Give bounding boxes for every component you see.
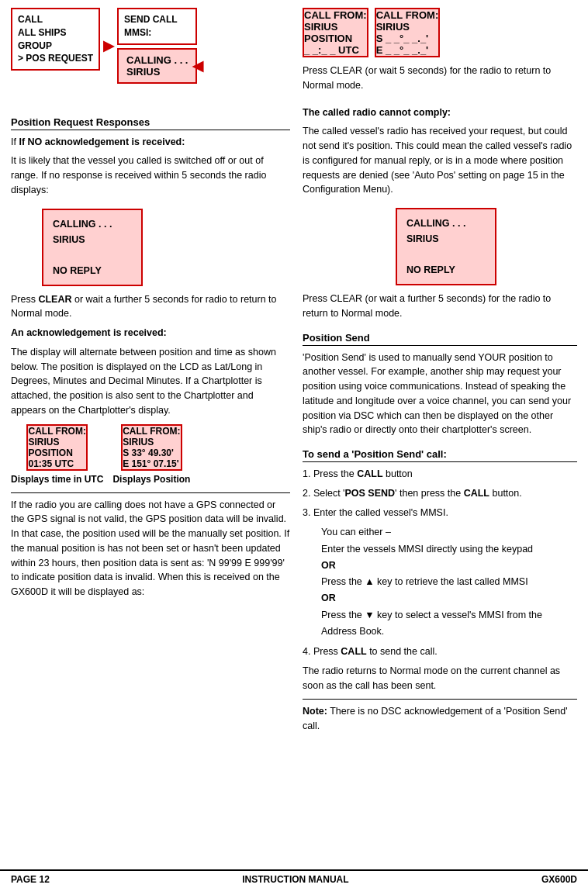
ack-heading: An acknowledgement is received: [11,326,290,340]
manual-title: INSTRUCTION MANUAL [242,874,348,885]
press-clear-text1: Press CLEAR Press CLEAR or wait a furthe… [11,292,290,322]
position-request-heading: Position Request Responses [11,116,290,130]
position-send-heading: Position Send [303,332,577,346]
you-can-either: You can either – [321,524,577,541]
note-end-text: Note: There is no DSC acknowledgement of… [303,704,577,734]
right-column: The called radio cannot comply: The call… [303,105,577,870]
main-content: Position Request Responses If If NO ackn… [0,98,588,870]
step1: 1. Press the CALL button [303,467,577,482]
radio-returns-text: The radio returns to Normal mode on the … [303,664,577,693]
call-from-sirius-loc-box: CALL FROM: SIRIUS S _ _°_ _._' E _ _°_ _… [375,8,441,57]
display-pos-item: CALL FROM: SIRIUS S 33° 49.30' E 151° 07… [112,424,190,485]
display-pos-label: Displays Position [112,474,190,485]
no-ack-heading: If If NO acknowledgement is received: [11,135,290,150]
top-left-diagram: CALL ALL SHIPS GROUP > POS REQUEST ▶ SEN… [11,8,290,98]
option1: Enter the vessels MMSI directly using th… [321,541,577,558]
called-cannot-comply-heading: The called radio cannot comply: [303,105,577,120]
display-time-item: CALL FROM: SIRIUS POSITION 01:35 UTC Dis… [11,424,103,485]
mmsi-options: You can either – Enter the vessels MMSI … [321,524,577,640]
calling-sirius-box-top: CALLING . . . SIRIUS [117,48,197,84]
arrow-back-icon: ◀ [192,57,203,74]
display-time-label: Displays time in UTC [11,474,103,485]
step4: 4. Press CALL to send the call. [303,644,577,659]
to-send-heading: To send a 'Position Send' call: [303,448,577,462]
position-send-text: 'Position Send' is used to manually send… [303,351,577,438]
step3: 3. Enter the called vessel's MMSI. [303,506,577,520]
footer: PAGE 12 INSTRUCTION MANUAL GX600D [0,869,588,888]
top-right-diagrams: CALL FROM: SIRIUS POSITION _ _:_ _ UTC C… [303,8,577,98]
no-ack-text: It is likely that the vessel you called … [11,154,290,197]
display-time-box: CALL FROM: SIRIUS POSITION 01:35 UTC [26,424,87,471]
left-column: Position Request Responses If If NO ackn… [11,105,290,870]
calling-no-reply-left-box: CALLING . . . SIRIUS NO REPLY [42,209,143,286]
note-end-section: Note: There is no DSC acknowledgement of… [303,699,577,734]
call-all-ships-box: CALL ALL SHIPS GROUP > POS REQUEST [11,8,100,71]
model-number: GX600D [541,874,577,885]
arrow-right-icon: ▶ [100,37,117,54]
called-cannot-comply-text: The called vessel's radio has received y… [303,124,577,197]
step2: 2. Select 'POS SEND' then press the CALL… [303,486,577,501]
displays-row: CALL FROM: SIRIUS POSITION 01:35 UTC Dis… [11,424,290,485]
call-from-sirius-pos-box: CALL FROM: SIRIUS POSITION _ _:_ _ UTC [303,8,368,57]
press-clear-text-top: Press CLEAR (or wait 5 seconds) for the … [303,64,577,93]
or1: OR [321,558,577,574]
top-section: CALL ALL SHIPS GROUP > POS REQUEST ▶ SEN… [0,0,588,98]
calling-no-reply-right-box: CALLING . . . SIRIUS NO REPLY [396,208,496,285]
send-call-mmsi-box: SEND CALL MMSI: [117,8,197,45]
option3: Press the ▼ key to select a vessel's MMS… [321,607,577,641]
page: CALL ALL SHIPS GROUP > POS REQUEST ▶ SEN… [0,0,588,888]
note-text: If the radio you are calling does not ha… [11,498,290,599]
page-number: PAGE 12 [11,874,50,885]
press-clear-text2: Press CLEAR (or wait a further 5 seconds… [303,292,577,321]
ack-text: The display will alternate between posit… [11,345,290,418]
display-pos-box: CALL FROM: SIRIUS S 33° 49.30' E 151° 07… [121,424,182,471]
note-section: If the radio you are calling does not ha… [11,492,290,599]
or2: OR [321,590,577,606]
option2: Press the ▲ key to retrieve the last cal… [321,574,577,590]
